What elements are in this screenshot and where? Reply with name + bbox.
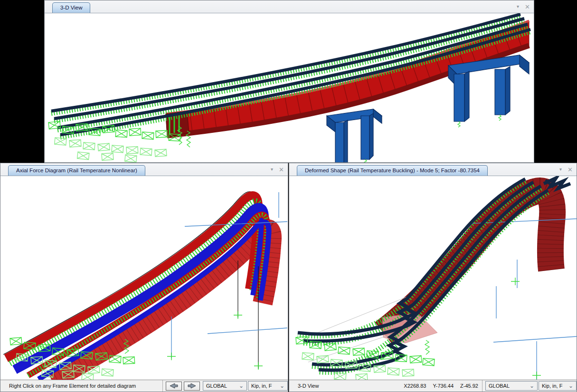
coord-system-value: GLOBAL [206,383,236,389]
minimize-icon[interactable]: ▾ [559,167,562,172]
units-value: Kip, in, F [542,383,566,389]
viewport-3d-view[interactable] [45,13,534,162]
titlebar-deformed-shape: Deformed Shape (Rail Temperature Bucklin… [289,163,577,176]
status-hint: Right Click on any Frame Element for det… [0,383,136,389]
close-icon[interactable]: ✕ [525,4,530,10]
bridge-3d-scene [45,13,534,162]
tab-deformed-shape[interactable]: Deformed Shape (Rail Temperature Bucklin… [297,165,488,176]
pier-bent-near [327,109,382,162]
titlebar-3d-view: 3-D View ▾ ✕ [45,0,534,13]
minimize-icon[interactable]: ▾ [517,4,519,9]
chevron-down-icon: ⌄ [239,383,244,388]
cursor-z: Z-45.92 [460,383,478,389]
deformed-shape-scene [289,176,577,380]
tab-3d-view[interactable]: 3-D View [52,2,90,13]
window-deformed-shape: Deformed Shape (Rail Temperature Bucklin… [289,163,577,392]
units-value: Kip, in, F [251,383,277,389]
right-arrow-icon [188,383,196,389]
prev-button[interactable] [166,382,182,391]
cursor-y: Y-736.44 [433,383,454,389]
titlebar-axial-force: Axial Force Diagram (Rail Temperature No… [0,163,288,176]
window-axial-force: Axial Force Diagram (Rail Temperature No… [0,163,288,392]
window-3d-view: 3-D View ▾ ✕ [44,0,534,163]
cursor-coordinates: X2268.83 Y-736.44 Z-45.92 [404,383,478,389]
chevron-down-icon: ⌄ [568,383,573,388]
chevron-down-icon: ⌄ [530,383,534,388]
viewport-axial-force[interactable] [0,176,288,380]
axial-force-scene [0,176,288,380]
units-dropdown[interactable]: Kip, in, F ⌄ [248,381,288,391]
spring-zigzag [425,340,429,355]
tab-axial-force-label: Axial Force Diagram (Rail Temperature No… [16,168,137,173]
statusbar-axial: Right Click on any Frame Element for det… [0,380,288,392]
coord-system-dropdown[interactable]: GLOBAL ⌄ [203,381,247,391]
pier-bent-far [448,55,529,127]
tab-deformed-shape-label: Deformed Shape (Rail Temperature Bucklin… [305,168,480,173]
cursor-x: X2268.83 [404,383,426,389]
tab-3d-view-label: 3-D View [60,5,82,10]
statusbar-deformed: 3-D View X2268.83 Y-736.44 Z-45.92 GLOBA… [289,380,577,392]
units-dropdown[interactable]: Kip, in, F ⌄ [539,381,577,391]
coord-system-value: GLOBAL [489,383,527,389]
left-arrow-icon [170,383,178,389]
status-view-label: 3-D View [289,383,319,389]
next-button[interactable] [184,382,200,391]
close-icon[interactable]: ✕ [568,167,573,173]
tab-axial-force[interactable]: Axial Force Diagram (Rail Temperature No… [8,165,145,176]
viewport-deformed-shape[interactable] [289,176,577,380]
chevron-down-icon: ⌄ [280,383,284,388]
coord-system-dropdown[interactable]: GLOBAL ⌄ [485,381,538,391]
close-icon[interactable]: ✕ [279,167,284,173]
minimize-icon[interactable]: ▾ [271,167,273,172]
desktop: { "colors": { "deck_red": "#bf1111", "de… [0,0,577,392]
